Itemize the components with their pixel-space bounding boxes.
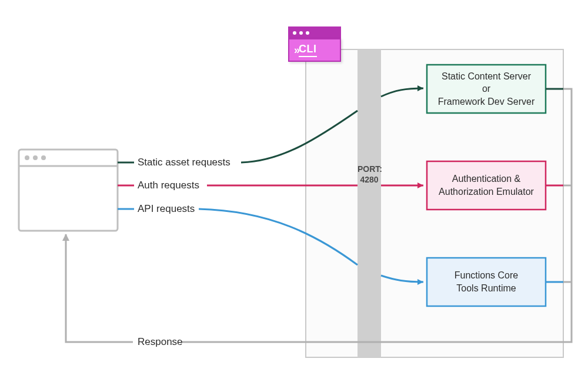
cli-dot-icon [306,31,309,35]
functions-runtime-label: Functions Core Tools Runtime [427,258,546,306]
svg-point-2 [25,155,29,160]
functions-runtime-line2: Tools Runtime [456,283,516,293]
svg-rect-0 [19,150,118,231]
cli-badge-titlebar [288,26,341,39]
auth-flow-label: Auth requests [138,180,199,191]
cli-badge: » CLI [286,22,356,71]
auth-emulator-line1: Authentication & [452,174,521,184]
response-label: Response [138,336,183,348]
port-label: PORT: 4280 [358,164,381,185]
static-content-line3: Framework Dev Server [438,97,534,107]
cli-dot-icon [299,31,303,35]
cli-badge-body: » CLI [288,38,341,62]
chevron-right-icon: » [294,45,298,55]
auth-emulator-line2: Authorization Emulator [439,187,534,197]
port-label-text: PORT: [358,164,382,174]
port-bar [358,49,381,357]
static-content-line1: Static Content Server [442,71,531,81]
port-number: 4280 [360,175,378,184]
auth-emulator-label: Authentication & Authorization Emulator [427,161,546,210]
svg-point-3 [33,155,38,160]
static-content-label: Static Content Server or Framework Dev S… [427,65,546,113]
api-flow-label: API requests [138,203,195,215]
svg-point-4 [41,155,46,160]
browser-icon [19,150,118,231]
functions-runtime-line1: Functions Core [455,270,519,280]
static-content-line2: or [482,84,490,94]
static-flow-label: Static asset requests [138,157,230,168]
cli-badge-text: CLI [299,43,317,57]
cli-dot-icon [293,31,296,35]
